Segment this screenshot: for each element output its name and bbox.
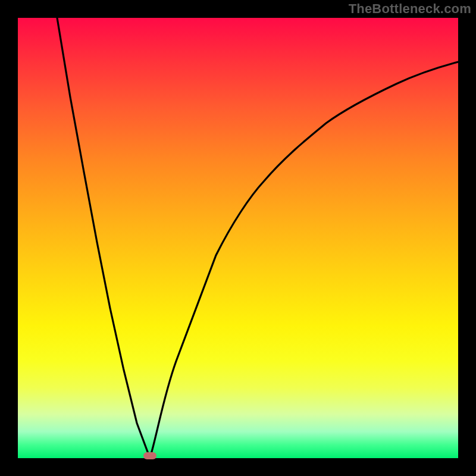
optimum-marker xyxy=(143,452,156,459)
curve-right-branch xyxy=(150,62,458,458)
plot-area xyxy=(18,18,458,458)
watermark-text: TheBottleneck.com xyxy=(349,1,471,17)
bottleneck-curve xyxy=(18,18,458,458)
curve-left-branch xyxy=(57,18,150,458)
